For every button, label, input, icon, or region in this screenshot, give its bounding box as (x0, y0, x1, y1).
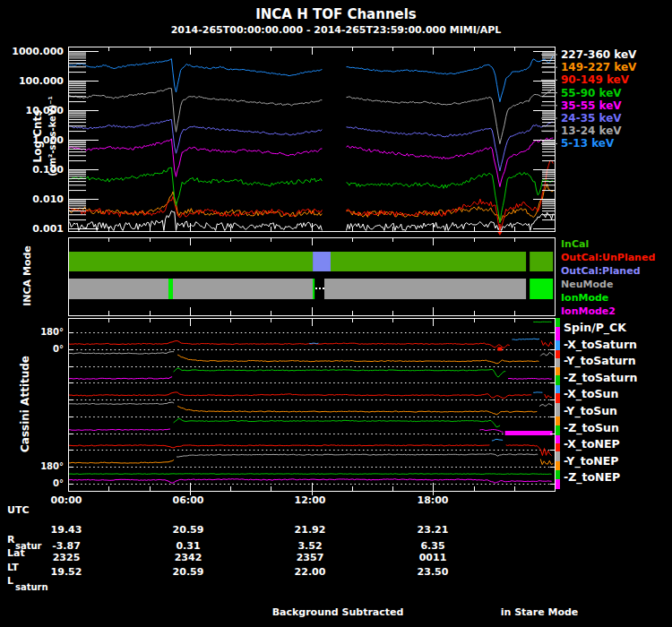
legend-item-35-55-keV: 35-55 keV (561, 99, 622, 112)
ephemeris-value: 18:00 (417, 494, 448, 506)
legend-item--X-toSun: -X_toSun (564, 387, 618, 400)
ephemeris-row-label-UTC: UTC (7, 504, 30, 516)
legend-item-IonMode: IonMode (561, 292, 608, 304)
ephemeris-value: 19.43 (51, 524, 82, 536)
legend-item-InCal: InCal (561, 238, 589, 250)
ephemeris-value: 23.21 (418, 524, 449, 536)
page-title: INCA H TOF Channels (0, 6, 672, 22)
ephemeris-value: 19.52 (51, 566, 82, 578)
ephemeris-value: 00:00 (50, 494, 82, 506)
legend-item-24-35-keV: 24-35 keV (561, 112, 622, 125)
flux-ytick-label: 1000.000 (0, 46, 64, 57)
ephemeris-row-label-R: R (7, 534, 14, 545)
ephemeris-value: 0011 (419, 552, 447, 563)
legend-item-227-360-keV: 227-360 keV (561, 48, 636, 61)
mode-axis-label: INCA Mode (22, 245, 33, 306)
ephemeris-row-label-LT: LT (7, 562, 19, 573)
legend-item-IonMode2: IonMode2 (561, 305, 616, 317)
attitude-ytick-label: 0° (0, 478, 64, 488)
ephemeris-value: 20.59 (173, 566, 204, 578)
ephemeris-value: 6.35 (420, 540, 444, 552)
attitude-legend-color-column (556, 318, 560, 489)
attitude-ytick-label: 180° (0, 461, 64, 471)
flux-ytick-label: 10.000 (0, 105, 64, 116)
legend-item-90-149-keV: 90-149 keV (561, 73, 629, 86)
ephemeris-value: -3.87 (52, 540, 81, 552)
ephemeris-value: 22.00 (295, 566, 326, 578)
ephemeris-value: 0.31 (176, 540, 200, 552)
legend-item--Y-toSaturn: -Y_toSaturn (564, 354, 636, 367)
ephemeris-row-label-L: L (7, 575, 13, 587)
flux-ytick-label: 0.100 (0, 164, 64, 176)
attitude-ytick-label: 0° (0, 344, 64, 354)
legend-item--Z-toNEP: -Z_toNEP (564, 470, 620, 484)
flux-ytick-label: 0.010 (0, 193, 64, 205)
legend-item-5-13-keV: 5-13 keV (561, 137, 614, 150)
ephemeris-value: 23.50 (418, 566, 449, 578)
ephemeris-value: 3.52 (297, 540, 322, 552)
legend-item-OutCal-Planed: OutCal:Planed (561, 265, 641, 277)
ephemeris-value: 2342 (175, 552, 202, 563)
mode-bars (68, 252, 553, 299)
legend-item--Z-toSun: -Z_toSun (564, 421, 619, 434)
flux-ytick-label: 100.000 (0, 75, 64, 87)
legend-item--Y-toNEP: -Y_toNEP (564, 454, 618, 468)
legend-item-NeuMode: NeuMode (561, 279, 613, 290)
legend-item-13-24-keV: 13-24 keV (561, 125, 622, 137)
ephemeris-value: 2325 (53, 552, 81, 563)
attitude-traces (68, 322, 553, 483)
background-subtracted-caption: Background Subtracted (272, 606, 404, 618)
attitude-gridlines (68, 333, 555, 485)
legend-item-149-227-keV: 149-227 keV (561, 61, 636, 73)
flux-ytick-label: 1.000 (0, 134, 64, 146)
ephemeris-value: 20.59 (173, 524, 204, 536)
legend-item--X-toNEP: -X_toNEP (564, 437, 620, 451)
ephemeris-row-label-Lat: Lat (7, 547, 25, 559)
ephemeris-value: 2357 (297, 552, 324, 563)
legend-item-Spin-P-CK: Spin/P_CK (564, 321, 626, 334)
time-range-subtitle: 2014-265T00:00:00.000 - 2014-265T23:59:0… (0, 24, 672, 36)
legend-item-55-90-keV: 55-90 keV (561, 87, 622, 99)
stare-mode-caption: in Stare Mode (501, 606, 579, 618)
attitude-ytick-label: 180° (0, 327, 64, 337)
ephemeris-value: 12:00 (294, 494, 325, 506)
inca-tof-plot-window: INCA H TOF Channels 2014-265T00:00:00.00… (0, 0, 672, 627)
legend-item--X-toSaturn: -X_toSaturn (564, 338, 637, 351)
ephemeris-value: 21.92 (295, 524, 326, 536)
legend-item-OutCal-UnPlaned: OutCal:UnPlaned (561, 252, 655, 263)
flux-ytick-label: 0.001 (0, 223, 64, 235)
legend-item--Z-toSaturn: -Z_toSaturn (564, 371, 637, 384)
legend-item--Y-toSun: -Y_toSun (564, 404, 617, 417)
ephemeris-value: 06:00 (172, 494, 203, 506)
attitude-axis-label: Cassini Attitude (19, 356, 31, 452)
ephemeris-row-sublabel-saturn: saturn (15, 582, 48, 592)
flux-curves (68, 56, 553, 236)
